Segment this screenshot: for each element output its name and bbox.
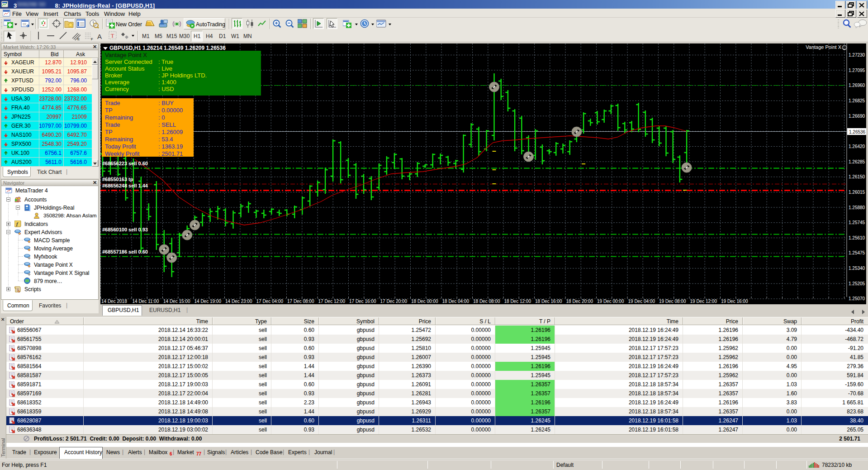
- svg-text:18 Dec 00:00: 18 Dec 00:00: [411, 299, 438, 304]
- svg-text:#68560100 sell 0.93: #68560100 sell 0.93: [102, 227, 148, 232]
- svg-text:14 Dec 2018: 14 Dec 2018: [101, 299, 127, 304]
- svg-text:Currency: Currency: [105, 86, 129, 92]
- svg-text:17 Dec 12:00: 17 Dec 12:00: [318, 299, 346, 304]
- svg-text:: BUY: : BUY: [158, 100, 174, 106]
- svg-text:#68550163 tp: #68550163 tp: [102, 177, 133, 182]
- svg-text:14 Dec 15:00: 14 Dec 15:00: [163, 299, 190, 304]
- svg-text:GBPUSD,H1 1.26214 1.26549 1.2: GBPUSD,H1 1.26214 1.26549 1.26209 1.2653…: [109, 45, 226, 51]
- svg-text:#68557186 sell 0.60: #68557186 sell 0.60: [102, 249, 148, 254]
- svg-text:1.26150: 1.26150: [849, 174, 865, 179]
- svg-text:Remaining: Remaining: [105, 136, 133, 143]
- svg-text:1.26015: 1.26015: [849, 190, 865, 195]
- svg-text:18 Dec 12:00: 18 Dec 12:00: [504, 299, 531, 304]
- svg-text:19 Dec 16:00: 19 Dec 16:00: [721, 299, 748, 304]
- svg-text:TP: TP: [105, 129, 113, 135]
- svg-text:1.26536: 1.26536: [849, 129, 866, 134]
- svg-text:1.26420: 1.26420: [849, 144, 865, 149]
- svg-text:17 Dec 20:00: 17 Dec 20:00: [380, 299, 408, 304]
- svg-text:1.25745: 1.25745: [849, 220, 865, 225]
- svg-text:17 Dec 08:00: 17 Dec 08:00: [287, 299, 314, 304]
- svg-text:19 Dec 04:00: 19 Dec 04:00: [628, 299, 655, 304]
- svg-text:: Live: : Live: [158, 65, 172, 72]
- svg-text:F: F: [91, 37, 93, 41]
- svg-text:1.25475: 1.25475: [849, 250, 865, 255]
- svg-text:19 Dec 12:00: 19 Dec 12:00: [690, 299, 717, 304]
- svg-text:17 Dec 16:00: 17 Dec 16:00: [349, 299, 376, 304]
- svg-text:Trade: Trade: [105, 121, 120, 128]
- svg-text:Broker: Broker: [105, 72, 123, 79]
- svg-text:: 2501.71: : 2501.71: [158, 150, 183, 157]
- svg-text:: 53.4: : 53.4: [158, 136, 173, 143]
- svg-text:: 1:400: : 1:400: [158, 79, 176, 86]
- svg-text:1.26960: 1.26960: [849, 83, 865, 88]
- svg-text:Weekly Profit: Weekly Profit: [105, 150, 140, 157]
- svg-text:Leverage: Leverage: [105, 79, 129, 86]
- svg-text:17 Dec 04:00: 17 Dec 04:00: [256, 299, 284, 304]
- svg-text:TP: TP: [105, 107, 113, 114]
- svg-text:#68656223 sell 0.60: #68656223 sell 0.60: [102, 161, 148, 166]
- svg-text:: JP Holdings LTD.: : JP Holdings LTD.: [158, 72, 207, 79]
- svg-text:1.26825: 1.26825: [849, 98, 865, 103]
- svg-text:E: E: [77, 37, 80, 41]
- svg-text:18 Dec 20:00: 18 Dec 20:00: [566, 299, 593, 304]
- svg-text:18 Dec 04:00: 18 Dec 04:00: [442, 299, 470, 304]
- svg-text:1.27230: 1.27230: [849, 53, 865, 58]
- svg-text:: 1363.19: : 1363.19: [158, 143, 183, 150]
- svg-text:: 0.00000: : 0.00000: [158, 107, 183, 114]
- svg-text:1.26285: 1.26285: [849, 159, 865, 164]
- svg-text:1.26690: 1.26690: [849, 114, 865, 119]
- svg-text:: 0: : 0: [158, 114, 165, 121]
- svg-text:Server Connected: Server Connected: [105, 58, 152, 65]
- svg-text:: USD: : USD: [158, 86, 174, 92]
- svg-text:14 Dec 19:00: 14 Dec 19:00: [194, 299, 222, 304]
- svg-text:Account Status: Account Status: [105, 65, 145, 72]
- svg-text:1.25070: 1.25070: [849, 296, 865, 301]
- svg-text:: 1.26009: : 1.26009: [158, 129, 183, 135]
- svg-text:Today Profit: Today Profit: [105, 143, 136, 150]
- svg-text:: SELL: : SELL: [158, 121, 176, 128]
- svg-text:#68656248 sell 1.44: #68656248 sell 1.44: [102, 183, 148, 188]
- svg-text:Vantage Point X: Vantage Point X: [806, 44, 841, 50]
- svg-text:1.25205: 1.25205: [849, 281, 865, 286]
- svg-text:Vantage Point X: Vantage Point X: [105, 52, 147, 58]
- svg-text:19 Dec 00:00: 19 Dec 00:00: [597, 299, 624, 304]
- svg-text:14 Dec 11:00: 14 Dec 11:00: [133, 299, 159, 304]
- svg-text:18 Dec 08:00: 18 Dec 08:00: [473, 299, 500, 304]
- svg-text:1.25880: 1.25880: [849, 205, 865, 210]
- svg-text:T: T: [111, 33, 114, 39]
- svg-text:14 Dec 23:00: 14 Dec 23:00: [225, 299, 252, 304]
- svg-text:18 Dec 16:00: 18 Dec 16:00: [535, 299, 562, 304]
- svg-text:: True: : True: [158, 58, 173, 65]
- svg-text:1.25610: 1.25610: [849, 235, 865, 240]
- svg-text:19 Dec 08:00: 19 Dec 08:00: [659, 299, 686, 304]
- svg-text:1.25340: 1.25340: [849, 266, 865, 271]
- svg-text:Trade: Trade: [105, 100, 120, 106]
- svg-text:Remaining: Remaining: [105, 114, 133, 121]
- svg-text:1.27095: 1.27095: [849, 68, 865, 73]
